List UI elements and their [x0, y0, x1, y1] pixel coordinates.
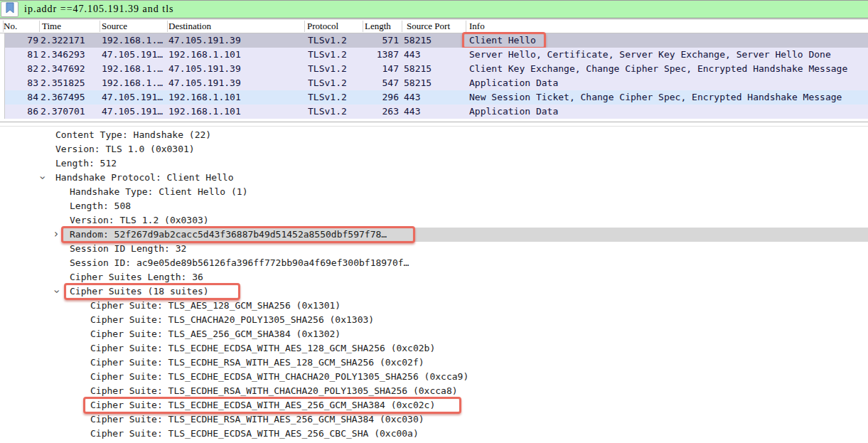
cell-source: 192.168.1.…: [102, 62, 166, 76]
chevron-down-icon[interactable]: ›: [49, 289, 63, 294]
detail-line[interactable]: Session ID: ac9e05de89b56126fa396ff772bb…: [0, 256, 868, 270]
cell-destination: 47.105.191.39: [168, 76, 302, 90]
detail-line[interactable]: Cipher Suite: TLS_ECDHE_ECDSA_WITH_CHACH…: [0, 370, 868, 384]
column-header-destination[interactable]: Destination: [168, 20, 211, 33]
cell-info: Client Key Exchange, Change Cipher Spec,…: [469, 62, 866, 76]
column-separator[interactable]: [3, 21, 4, 32]
packet-row-81[interactable]: 812.34629347.105.191…192.168.1.101TLSv1.…: [0, 48, 868, 62]
cell-time: 2.347692: [41, 62, 99, 76]
column-separator[interactable]: [100, 21, 100, 32]
detail-line[interactable]: Cipher Suite: TLS_ECDHE_ECDSA_WITH_AES_2…: [0, 398, 868, 412]
detail-line[interactable]: Version: TLS 1.0 (0x0301): [0, 142, 868, 156]
packet-list-gutter: [4, 33, 5, 119]
detail-line[interactable]: Cipher Suite: TLS_ECDHE_RSA_WITH_AES_256…: [0, 412, 868, 427]
bookmark-icon: [5, 2, 15, 16]
detail-line-text: Cipher Suite: TLS_ECDHE_ECDSA_WITH_CHACH…: [90, 370, 468, 384]
detail-line-text: Handshake Type: Client Hello (1): [70, 185, 247, 199]
cell-destination: 192.168.1.101: [168, 90, 302, 105]
cell-info: New Session Ticket, Change Cipher Spec, …: [469, 90, 866, 105]
cell-no: 83: [5, 76, 38, 90]
detail-line[interactable]: Cipher Suite: TLS_AES_128_GCM_SHA256 (0x…: [0, 299, 868, 313]
detail-line-text: Version: TLS 1.2 (0x0303): [70, 213, 209, 228]
detail-line-text: Cipher Suite: TLS_ECDHE_ECDSA_WITH_AES_2…: [90, 398, 435, 412]
detail-line-text: Length: 508: [70, 199, 131, 213]
column-header-time[interactable]: Time: [42, 20, 61, 33]
cell-destination: 192.168.1.101: [168, 105, 302, 119]
packet-row-82[interactable]: 822.347692192.168.1.…47.105.191.39TLSv1.…: [0, 62, 868, 76]
cell-destination: 192.168.1.101: [168, 48, 302, 62]
detail-line[interactable]: Cipher Suite: TLS_ECDHE_RSA_WITH_AES_128…: [0, 356, 868, 370]
packet-row-79[interactable]: 792.322171192.168.1.…47.105.191.39TLSv1.…: [0, 33, 868, 48]
column-header-source[interactable]: Source: [102, 20, 127, 33]
pane-divider[interactable]: [0, 119, 868, 128]
cell-source: 47.105.191…: [102, 105, 166, 119]
column-header-protocol[interactable]: Protocol: [307, 20, 338, 33]
column-separator[interactable]: [466, 21, 466, 32]
column-separator[interactable]: [402, 21, 402, 32]
cell-source_port: 443: [404, 90, 465, 105]
display-filter-bar: ip.addr ==47.105.191.39 and tls: [0, 0, 868, 18]
column-separator[interactable]: [363, 21, 363, 32]
cell-no: 81: [5, 48, 38, 62]
detail-line-text: Cipher Suite: TLS_ECDHE_ECDSA_WITH_AES_2…: [90, 427, 419, 441]
cell-length: 547: [352, 76, 399, 90]
chevron-down-icon[interactable]: ›: [35, 176, 49, 180]
detail-line-text: Cipher Suite: TLS_AES_256_GCM_SHA384 (0x…: [90, 327, 341, 341]
detail-line-text: Content Type: Handshake (22): [55, 128, 211, 142]
cell-source_port: 58215: [404, 76, 465, 90]
cell-time: 2.370701: [41, 105, 99, 119]
detail-line[interactable]: Content Type: Handshake (22): [0, 128, 868, 142]
detail-line-text: Random: 52f267d9ab2cacc5d43f36887b49d514…: [70, 228, 387, 242]
detail-line-text: Length: 512: [55, 156, 117, 171]
cell-length: 263: [352, 105, 399, 119]
detail-line[interactable]: Cipher Suite: TLS_CHACHA20_POLY1305_SHA2…: [0, 313, 868, 327]
display-filter-input[interactable]: ip.addr ==47.105.191.39 and tls: [18, 1, 868, 18]
packet-row-83[interactable]: 832.351825192.168.1.…47.105.191.39TLSv1.…: [0, 76, 868, 90]
cell-no: 79: [5, 33, 38, 48]
filter-bookmark-button[interactable]: [1, 1, 18, 17]
cell-info: Application Data: [469, 76, 866, 90]
column-separator[interactable]: [39, 21, 40, 32]
detail-line-text: Cipher Suite: TLS_ECDHE_RSA_WITH_AES_128…: [90, 356, 424, 370]
packet-list-header: No.TimeSourceDestinationProtocolLengthSo…: [0, 20, 868, 33]
cell-source_port: 443: [404, 48, 465, 62]
cell-source_port: 58215: [404, 33, 465, 48]
cell-source: 192.168.1.…: [102, 76, 166, 90]
detail-line[interactable]: Length: 508: [0, 199, 868, 213]
detail-line[interactable]: Handshake Type: Client Hello (1): [0, 185, 868, 199]
column-separator[interactable]: [304, 21, 305, 32]
detail-line[interactable]: ›Random: 52f267d9ab2cacc5d43f36887b49d51…: [0, 228, 868, 242]
detail-line[interactable]: Cipher Suite: TLS_AES_256_GCM_SHA384 (0x…: [0, 327, 868, 341]
cell-source: 47.105.191…: [102, 90, 166, 105]
cell-length: 296: [352, 90, 399, 105]
cell-source: 47.105.191…: [102, 48, 166, 62]
detail-line[interactable]: Cipher Suite: TLS_ECDHE_RSA_WITH_CHACHA2…: [0, 384, 868, 398]
detail-line[interactable]: Session ID Length: 32: [0, 242, 868, 256]
cell-length: 571: [352, 33, 399, 48]
cell-destination: 47.105.191.39: [168, 62, 302, 76]
column-separator[interactable]: [167, 21, 168, 32]
detail-line[interactable]: Cipher Suite: TLS_ECDHE_ECDSA_WITH_AES_1…: [0, 341, 868, 356]
column-header-info[interactable]: Info: [469, 20, 485, 33]
column-header-source-port[interactable]: Source Port: [407, 20, 450, 33]
chevron-right-icon[interactable]: ›: [54, 228, 58, 242]
cell-length: 147: [352, 62, 399, 76]
packet-row-86[interactable]: 862.37070147.105.191…192.168.1.101TLSv1.…: [0, 105, 868, 119]
cell-source: 192.168.1.…: [102, 33, 166, 48]
detail-line[interactable]: Cipher Suites Length: 36: [0, 270, 868, 284]
cell-time: 2.367495: [41, 90, 99, 105]
cell-time: 2.346293: [41, 48, 99, 62]
detail-line[interactable]: Length: 512: [0, 156, 868, 171]
column-header-length[interactable]: Length: [365, 20, 391, 33]
detail-line[interactable]: ›Handshake Protocol: Client Hello: [0, 171, 868, 185]
detail-line[interactable]: Version: TLS 1.2 (0x0303): [0, 213, 868, 228]
detail-line[interactable]: ›Cipher Suites (18 suites): [0, 284, 868, 299]
cell-source_port: 58215: [404, 62, 465, 76]
detail-line[interactable]: Cipher Suite: TLS_ECDHE_ECDSA_WITH_AES_2…: [0, 427, 868, 441]
detail-line-text: Version: TLS 1.0 (0x0301): [55, 142, 195, 156]
cell-no: 82: [5, 62, 38, 76]
cell-no: 84: [5, 90, 38, 105]
packet-details-pane: Content Type: Handshake (22)Version: TLS…: [0, 128, 868, 443]
column-header-no[interactable]: No.: [4, 20, 17, 33]
packet-row-84[interactable]: 842.36749547.105.191…192.168.1.101TLSv1.…: [0, 90, 868, 105]
